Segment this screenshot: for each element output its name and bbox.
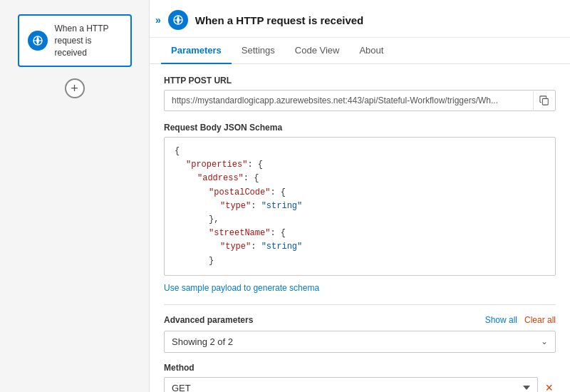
show-all-button[interactable]: Show all bbox=[485, 315, 517, 325]
advanced-parameters-label: Advanced parameters bbox=[164, 315, 253, 325]
method-param-row: Method GET POST PUT DELETE PATCH × bbox=[164, 363, 556, 392]
tabs-bar: Parameters Settings Code View About bbox=[150, 38, 570, 64]
advanced-parameters-header: Advanced parameters Show all Clear all bbox=[164, 315, 556, 325]
url-text: https://mystandardlogicapp.azurewebsites… bbox=[165, 91, 533, 110]
schema-label: Request Body JSON Schema bbox=[164, 123, 556, 133]
chevron-down-icon: ⌄ bbox=[541, 336, 548, 346]
method-dropdown-row: GET POST PUT DELETE PATCH × bbox=[164, 377, 556, 392]
json-line-4: "postalCode": { bbox=[175, 186, 545, 200]
workflow-card[interactable]: When a HTTP request is received bbox=[18, 14, 132, 67]
method-remove-button[interactable]: × bbox=[542, 378, 556, 392]
showing-text: Showing 2 of 2 bbox=[172, 336, 541, 347]
http-post-url-label: HTTP POST URL bbox=[164, 76, 556, 86]
method-label: Method bbox=[164, 363, 556, 373]
tab-code-view[interactable]: Code View bbox=[285, 38, 350, 64]
right-panel: » When a HTTP request is received Parame… bbox=[150, 0, 570, 392]
add-step-container: + bbox=[65, 78, 85, 98]
tab-about[interactable]: About bbox=[349, 38, 393, 64]
svg-rect-4 bbox=[542, 98, 548, 105]
left-panel: When a HTTP request is received + bbox=[0, 0, 150, 392]
advanced-parameters-dropdown[interactable]: Showing 2 of 2 ⌄ bbox=[164, 331, 556, 353]
clear-all-button[interactable]: Clear all bbox=[524, 315, 556, 325]
json-line-7: "streetName": { bbox=[175, 227, 545, 240]
http-trigger-icon bbox=[28, 31, 48, 51]
content-area: HTTP POST URL https://mystandardlogicapp… bbox=[150, 64, 570, 392]
expand-icon[interactable]: » bbox=[155, 14, 161, 26]
json-line-1: { bbox=[175, 145, 545, 158]
copy-icon bbox=[539, 96, 549, 105]
json-line-2: "properties": { bbox=[175, 158, 545, 172]
json-line-3: "address": { bbox=[175, 172, 545, 185]
json-line-5: "type": "string" bbox=[175, 200, 545, 213]
copy-url-button[interactable] bbox=[533, 91, 555, 110]
method-select[interactable]: GET POST PUT DELETE PATCH bbox=[164, 377, 538, 392]
add-step-button[interactable]: + bbox=[65, 78, 85, 98]
sample-payload-link[interactable]: Use sample payload to generate schema bbox=[164, 283, 556, 293]
advanced-actions: Show all Clear all bbox=[485, 315, 556, 325]
header-trigger-icon bbox=[168, 10, 188, 30]
workflow-card-label: When a HTTP request is received bbox=[55, 23, 122, 58]
tab-settings[interactable]: Settings bbox=[232, 38, 285, 64]
tab-parameters[interactable]: Parameters bbox=[161, 38, 232, 64]
panel-header: » When a HTTP request is received bbox=[150, 0, 570, 38]
url-field: https://mystandardlogicapp.azurewebsites… bbox=[164, 90, 556, 111]
json-line-9: } bbox=[175, 254, 545, 268]
schema-editor[interactable]: { "properties": { "address": { "postalCo… bbox=[164, 137, 556, 276]
divider bbox=[164, 304, 556, 305]
panel-title: When a HTTP request is received bbox=[195, 14, 363, 26]
json-line-8: "type": "string" bbox=[175, 240, 545, 254]
json-line-6: }, bbox=[175, 213, 545, 227]
